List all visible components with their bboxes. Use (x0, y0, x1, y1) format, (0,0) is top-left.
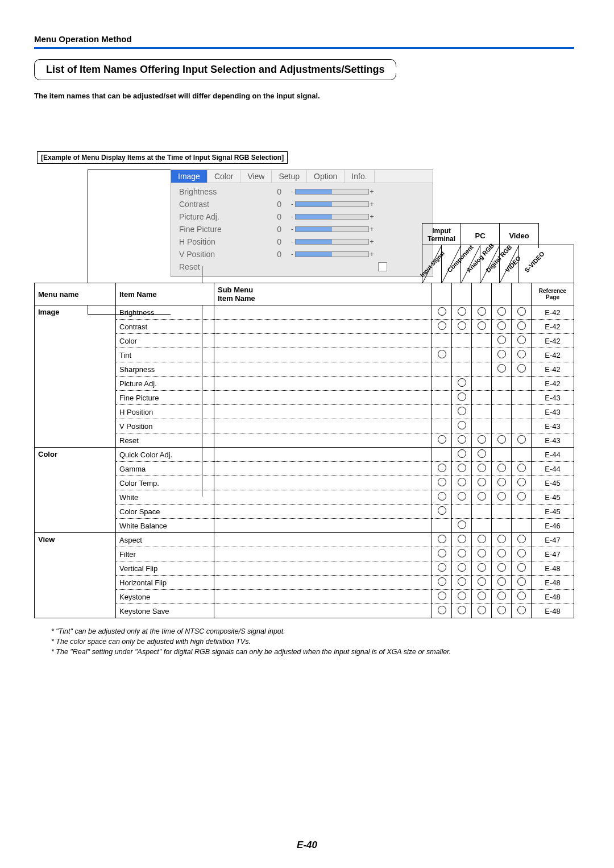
item-name-cell: Tint (116, 348, 214, 362)
signal-cell (512, 419, 532, 433)
signal-cell (472, 505, 492, 519)
table-row: ImageBrightnessE-42 (35, 305, 574, 320)
signal-cell (432, 305, 452, 320)
circle-icon (478, 606, 486, 614)
sub-menu-cell (214, 590, 432, 604)
reference-cell: E-48 (532, 604, 574, 618)
sub-menu-cell (214, 604, 432, 618)
signal-cell (452, 320, 472, 334)
reference-cell: E-47 (532, 533, 574, 547)
th-sub-menu: Sub MenuItem Name (214, 283, 432, 305)
signal-cell (432, 561, 452, 576)
slider: -+ (289, 238, 375, 245)
circle-icon (458, 478, 466, 486)
sub-menu-cell (214, 505, 432, 519)
slider: -+ (289, 226, 375, 233)
reference-cell: E-42 (532, 348, 574, 362)
signal-cell (492, 505, 512, 519)
reference-cell: E-42 (532, 377, 574, 391)
reference-cell: E-44 (532, 448, 574, 462)
sub-menu-cell (214, 490, 432, 505)
signal-cell (452, 590, 472, 604)
signal-cell (492, 604, 512, 618)
item-name-cell: Color (116, 334, 214, 348)
signal-cell (452, 448, 472, 462)
signal-cell (472, 448, 492, 462)
menu-name-cell: Color (35, 448, 116, 533)
signal-cell (452, 576, 472, 590)
footnote-line: * The color space can only be adjusted w… (51, 636, 574, 647)
circle-icon (438, 478, 446, 486)
table-row: WhiteE-45 (35, 490, 574, 505)
circle-icon (517, 563, 526, 572)
table-row: ColorE-42 (35, 334, 574, 348)
sub-menu-cell (214, 448, 432, 462)
circle-icon (478, 464, 486, 472)
circle-icon (517, 307, 526, 316)
menu-row-value: 0 (259, 200, 281, 209)
table-row: H PositionE-43 (35, 405, 574, 419)
item-name-cell: Keystone Save (116, 604, 214, 618)
reference-cell: E-45 (532, 505, 574, 519)
circle-icon (438, 435, 446, 444)
reference-cell: E-43 (532, 391, 574, 405)
menu-body: Brightness0-+Contrast0-+Picture Adj.0-+F… (171, 183, 433, 276)
item-name-cell: Fine Picture (116, 391, 214, 405)
signal-cell (512, 348, 532, 362)
reference-cell: E-43 (532, 419, 574, 433)
settings-table: Menu name Item Name Sub MenuItem Name Re… (34, 283, 574, 618)
circle-icon (497, 606, 506, 614)
signal-cell (492, 490, 512, 505)
signal-cell (472, 490, 492, 505)
reference-cell: E-44 (532, 462, 574, 476)
menu-row-value: 0 (259, 212, 281, 221)
signal-cell (432, 348, 452, 362)
signal-cell (472, 377, 492, 391)
signal-cell (492, 561, 512, 576)
th-item-name: Item Name (116, 283, 214, 305)
table-row: V PositionE-43 (35, 419, 574, 433)
sub-menu-cell (214, 362, 432, 377)
rotated-label: S-VIDEO (518, 249, 538, 288)
signal-cell (492, 590, 512, 604)
signal-cell (452, 305, 472, 320)
circle-icon (438, 606, 446, 614)
menu-row: Fine Picture0-+ (179, 223, 427, 235)
slider: -+ (289, 188, 375, 195)
item-name-cell: Horizontal Flip (116, 576, 214, 590)
circle-icon (497, 492, 506, 501)
reference-cell: E-42 (532, 362, 574, 377)
signal-cell (452, 533, 472, 547)
circle-icon (458, 378, 466, 387)
reference-cell: E-47 (532, 547, 574, 561)
circle-icon (438, 492, 446, 501)
circle-icon (458, 563, 466, 572)
signal-cell (432, 590, 452, 604)
signal-cell (472, 519, 492, 533)
reference-cell: E-48 (532, 561, 574, 576)
menu-row: H Position0-+ (179, 235, 427, 248)
menu-row: Reset (179, 261, 427, 273)
section-header: Menu Operation Method (34, 34, 574, 49)
circle-icon (458, 421, 466, 429)
circle-icon (517, 350, 526, 358)
item-name-cell: Reset (116, 433, 214, 448)
circle-icon (438, 577, 446, 586)
signal-cell (452, 490, 472, 505)
item-name-cell: Brightness (116, 305, 214, 320)
circle-icon (497, 350, 506, 358)
signal-cell (432, 377, 452, 391)
example-caption: [Example of Menu Display Items at the Ti… (37, 151, 288, 164)
sub-menu-cell (214, 433, 432, 448)
signal-cell (492, 519, 512, 533)
circle-icon (458, 464, 466, 472)
circle-icon (517, 606, 526, 614)
signal-cell (492, 405, 512, 419)
table-row: TintE-42 (35, 348, 574, 362)
signal-cell (492, 448, 512, 462)
circle-icon (458, 392, 466, 401)
signal-cell (492, 462, 512, 476)
item-name-cell: Vertical Flip (116, 561, 214, 576)
footnote-line: * The "Real" setting under "Aspect" for … (51, 647, 574, 657)
circle-icon (478, 307, 486, 316)
